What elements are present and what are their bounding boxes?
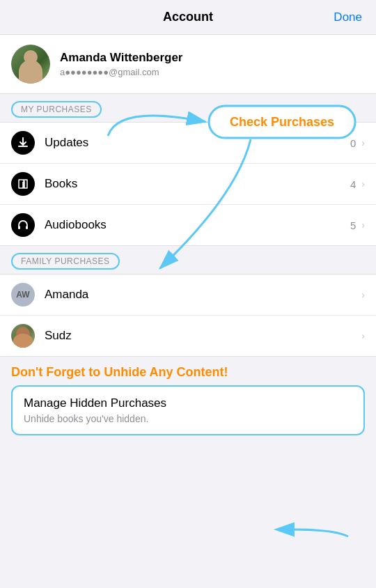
- audiobooks-badge: 5: [350, 219, 356, 231]
- download-icon: [11, 131, 35, 155]
- family-purchases-section-header-wrap: FAMILY PURCHASES: [0, 246, 376, 274]
- sudz-avatar: [11, 324, 35, 348]
- profile-name: Amanda Wittenberger: [60, 51, 182, 65]
- list-item-amanda[interactable]: AW Amanda ›: [0, 274, 376, 316]
- done-button[interactable]: Done: [334, 10, 362, 24]
- books-badge: 4: [350, 178, 356, 190]
- list-item-books[interactable]: Books 4 ›: [0, 164, 376, 205]
- dont-forget-text: Don't Forget to Unhide Any Content!: [0, 357, 376, 382]
- profile-info: Amanda Wittenberger a●●●●●●●●@gmail.com: [60, 51, 182, 77]
- updates-chevron: ›: [361, 137, 365, 148]
- audiobooks-label: Audiobooks: [45, 218, 350, 232]
- manage-hidden-purchases-box[interactable]: Manage Hidden Purchases Unhide books you…: [11, 385, 365, 435]
- profile-section[interactable]: Amanda Wittenberger a●●●●●●●●@gmail.com: [0, 35, 376, 94]
- sudz-label: Sudz: [45, 329, 361, 343]
- profile-email: a●●●●●●●●@gmail.com: [60, 67, 182, 77]
- book-icon: [11, 172, 35, 196]
- sudz-chevron: ›: [361, 330, 365, 341]
- books-label: Books: [45, 177, 350, 191]
- amanda-label: Amanda: [45, 288, 361, 302]
- audiobooks-chevron: ›: [361, 219, 365, 231]
- svg-rect-1: [26, 226, 28, 229]
- family-purchases-section-label: FAMILY PURCHASES: [11, 253, 120, 270]
- updates-label: Updates: [45, 136, 350, 150]
- amanda-chevron: ›: [361, 289, 365, 300]
- my-purchases-section-header-wrap: MY PURCHASES: [0, 94, 376, 122]
- header: Account Done: [0, 0, 376, 35]
- amanda-avatar: AW: [11, 283, 35, 307]
- manage-hidden-title: Manage Hidden Purchases: [24, 396, 352, 410]
- my-purchases-list: Updates 0 › Books 4 › Audiobooks 5 ›: [0, 122, 376, 246]
- manage-hidden-subtitle: Unhide books you've hidden.: [24, 413, 352, 424]
- updates-badge: 0: [350, 137, 356, 149]
- svg-rect-0: [18, 226, 20, 229]
- my-purchases-section-label: MY PURCHASES: [11, 101, 102, 118]
- books-chevron: ›: [361, 178, 365, 189]
- family-purchases-list: AW Amanda › Sudz ›: [0, 274, 376, 357]
- avatar: [11, 45, 50, 84]
- list-item-updates[interactable]: Updates 0 ›: [0, 123, 376, 164]
- list-item-sudz[interactable]: Sudz ›: [0, 316, 376, 356]
- headphones-icon: [11, 213, 35, 237]
- page-title: Account: [163, 10, 213, 24]
- list-item-audiobooks[interactable]: Audiobooks 5 ›: [0, 205, 376, 245]
